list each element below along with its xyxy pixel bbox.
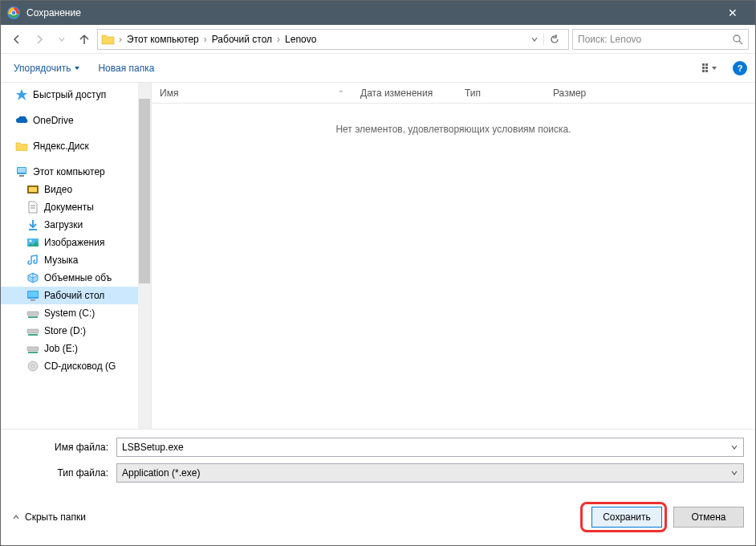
column-type[interactable]: Тип (457, 84, 545, 102)
sidebar-item-label: OneDrive (33, 115, 74, 126)
svg-rect-8 (705, 63, 708, 66)
sidebar-item-label: Store (D:) (44, 325, 86, 336)
sidebar-item-3dobjects[interactable]: Объемные объ (1, 269, 151, 287)
save-button[interactable]: Сохранить (591, 507, 662, 528)
sidebar-item-video[interactable]: Видео (1, 181, 151, 198)
svg-rect-23 (28, 291, 38, 297)
sidebar-item-label: Объемные объ (44, 272, 112, 283)
sidebar-item-desktop[interactable]: Рабочий стол (1, 287, 151, 304)
sidebar-item-pictures[interactable]: Изображения (1, 234, 151, 251)
sidebar-item-cddrive[interactable]: CD-дисковод (G (1, 357, 151, 375)
sidebar-item-label: Job (E:) (44, 343, 78, 354)
address-bar[interactable]: › Этот компьютер › Рабочий стол › Lenovo (97, 29, 569, 50)
recent-dropdown[interactable] (52, 30, 71, 49)
svg-rect-12 (705, 70, 708, 72)
drive-icon (26, 324, 39, 337)
close-button[interactable]: ✕ (717, 6, 749, 19)
sidebar-item-onedrive[interactable]: OneDrive (1, 112, 151, 129)
svg-point-5 (734, 35, 740, 42)
sidebar-item-label: Изображения (44, 237, 104, 248)
search-placeholder: Поиск: Lenovo (578, 34, 732, 45)
sidebar-item-label: CD-дисковод (G (44, 361, 116, 372)
back-button[interactable] (7, 30, 26, 49)
download-icon (26, 218, 39, 231)
chevron-right-icon[interactable]: › (117, 34, 124, 45)
svg-rect-11 (702, 70, 705, 72)
column-headers: Имя ⌃ Дата изменения Тип Размер (152, 83, 755, 104)
sidebar-item-drive-d[interactable]: Store (D:) (1, 322, 151, 340)
svg-rect-14 (18, 168, 26, 173)
filename-label: Имя файла: (12, 442, 116, 453)
video-icon (26, 183, 39, 196)
svg-point-4 (12, 11, 16, 15)
address-dropdown[interactable] (526, 35, 543, 43)
sidebar-item-label: Видео (44, 184, 72, 195)
save-dialog: Сохранение ✕ › Этот компьютер › Рабочий … (0, 0, 756, 546)
column-size[interactable]: Размер (545, 84, 625, 102)
scrollbar-thumb[interactable] (139, 99, 150, 283)
organize-button[interactable]: Упорядочить (9, 59, 85, 77)
chevron-right-icon[interactable]: › (202, 34, 209, 45)
file-list-area: Имя ⌃ Дата изменения Тип Размер Нет элем… (152, 83, 755, 429)
up-button[interactable] (75, 30, 94, 49)
view-options-button[interactable] (699, 59, 725, 77)
svg-rect-30 (28, 352, 38, 353)
breadcrumb-thispc[interactable]: Этот компьютер (124, 32, 202, 47)
cloud-icon (15, 114, 28, 127)
svg-rect-17 (29, 187, 37, 192)
sidebar-item-yandex[interactable]: Яндекс.Диск (1, 137, 151, 155)
svg-point-21 (30, 240, 32, 242)
sidebar-item-label: Быстрый доступ (33, 89, 106, 100)
svg-rect-26 (28, 316, 38, 318)
search-input[interactable]: Поиск: Lenovo (572, 29, 749, 50)
column-name[interactable]: Имя ⌃ (152, 84, 352, 102)
save-highlight: Сохранить (580, 502, 667, 532)
filetype-label: Тип файла: (12, 467, 116, 479)
sidebar-item-downloads[interactable]: Загрузки (1, 216, 151, 234)
svg-point-32 (32, 365, 35, 368)
disc-icon (26, 360, 39, 373)
svg-rect-24 (30, 299, 35, 301)
cube-icon (26, 271, 39, 284)
sidebar-item-documents[interactable]: Документы (1, 198, 151, 216)
desktop-icon (26, 289, 39, 302)
chevron-down-icon[interactable] (726, 469, 738, 477)
breadcrumb-lenovo[interactable]: Lenovo (282, 32, 319, 47)
sort-caret-icon: ⌃ (338, 89, 344, 97)
sidebar-item-drive-e[interactable]: Job (E:) (1, 340, 151, 357)
sidebar-item-quickaccess[interactable]: Быстрый доступ (1, 86, 151, 104)
folder-icon (101, 32, 116, 47)
chevron-up-icon (12, 513, 20, 521)
sidebar-item-thispc[interactable]: Этот компьютер (1, 163, 151, 181)
svg-rect-7 (702, 63, 705, 66)
svg-rect-28 (28, 334, 38, 336)
chrome-icon (7, 6, 20, 19)
cancel-button[interactable]: Отмена (673, 507, 744, 528)
sidebar-item-label: Документы (44, 202, 94, 213)
sidebar-item-drive-c[interactable]: System (C:) (1, 304, 151, 322)
chevron-down-icon[interactable] (726, 443, 738, 451)
image-icon (26, 236, 39, 249)
sidebar-item-label: Загрузки (44, 219, 83, 230)
document-icon (26, 201, 39, 214)
content-area: Быстрый доступ OneDrive Яндекс.Диск Этот… (1, 83, 755, 429)
new-folder-button[interactable]: Новая папка (93, 59, 159, 77)
action-row: Скрыть папки Сохранить Отмена (1, 494, 755, 545)
filename-input[interactable]: LSBSetup.exe (116, 438, 744, 457)
help-button[interactable]: ? (733, 61, 747, 75)
drive-icon (26, 307, 39, 320)
refresh-button[interactable] (543, 34, 565, 45)
forward-button[interactable] (30, 30, 49, 49)
breadcrumb-desktop[interactable]: Рабочий стол (209, 32, 275, 47)
chevron-right-icon[interactable]: › (275, 34, 282, 45)
hide-folders-button[interactable]: Скрыть папки (12, 511, 86, 523)
search-icon (732, 34, 743, 45)
sidebar: Быстрый доступ OneDrive Яндекс.Диск Этот… (1, 83, 152, 429)
star-icon (15, 88, 28, 101)
filetype-select[interactable]: Application (*.exe) (116, 463, 744, 483)
column-date[interactable]: Дата изменения (352, 84, 457, 102)
drive-icon (26, 342, 39, 355)
sidebar-item-label: Рабочий стол (44, 290, 104, 301)
sidebar-item-music[interactable]: Музыка (1, 251, 151, 269)
sidebar-scrollbar[interactable] (138, 83, 151, 429)
